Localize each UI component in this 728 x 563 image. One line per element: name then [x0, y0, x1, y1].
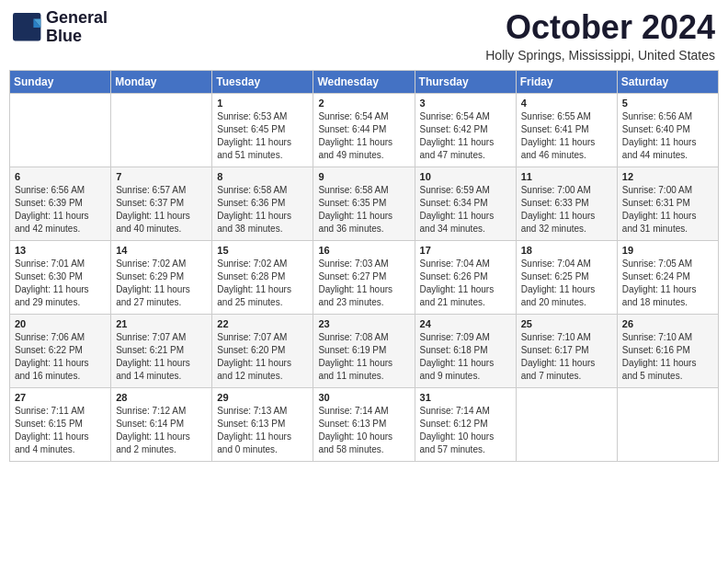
month-title: October 2024 — [485, 9, 715, 46]
weekday-header: Saturday — [617, 70, 718, 93]
day-info: Sunrise: 7:07 AM Sunset: 6:21 PM Dayligh… — [116, 331, 207, 383]
calendar-cell: 1Sunrise: 6:53 AM Sunset: 6:45 PM Daylig… — [212, 93, 313, 167]
day-info: Sunrise: 7:10 AM Sunset: 6:16 PM Dayligh… — [622, 331, 713, 383]
calendar-cell: 31Sunrise: 7:14 AM Sunset: 6:12 PM Dayli… — [415, 387, 516, 461]
day-info: Sunrise: 7:00 AM Sunset: 6:31 PM Dayligh… — [622, 184, 713, 236]
day-number: 16 — [318, 245, 409, 256]
day-number: 6 — [15, 171, 106, 182]
day-number: 14 — [116, 245, 207, 256]
day-number: 24 — [420, 318, 511, 329]
day-number: 1 — [217, 98, 308, 109]
weekday-header: Tuesday — [212, 70, 313, 93]
calendar-cell: 13Sunrise: 7:01 AM Sunset: 6:30 PM Dayli… — [10, 240, 111, 314]
day-info: Sunrise: 7:13 AM Sunset: 6:13 PM Dayligh… — [217, 405, 308, 456]
day-number: 17 — [420, 245, 511, 256]
calendar-cell — [111, 93, 212, 167]
day-info: Sunrise: 7:08 AM Sunset: 6:19 PM Dayligh… — [318, 331, 409, 383]
calendar-cell: 24Sunrise: 7:09 AM Sunset: 6:18 PM Dayli… — [415, 314, 516, 387]
day-number: 29 — [217, 392, 308, 403]
logo-text: General Blue — [46, 9, 108, 46]
day-info: Sunrise: 7:01 AM Sunset: 6:30 PM Dayligh… — [15, 258, 106, 309]
day-number: 30 — [318, 392, 409, 403]
day-number: 18 — [521, 245, 612, 256]
day-number: 31 — [420, 392, 511, 403]
calendar-cell: 5Sunrise: 6:56 AM Sunset: 6:40 PM Daylig… — [617, 93, 718, 167]
day-info: Sunrise: 7:07 AM Sunset: 6:20 PM Dayligh… — [217, 331, 308, 383]
calendar-table: SundayMondayTuesdayWednesdayThursdayFrid… — [9, 70, 719, 462]
day-number: 27 — [15, 392, 106, 403]
day-info: Sunrise: 7:11 AM Sunset: 6:15 PM Dayligh… — [15, 405, 106, 456]
weekday-header: Sunday — [10, 70, 111, 93]
day-info: Sunrise: 7:02 AM Sunset: 6:28 PM Dayligh… — [217, 258, 308, 309]
calendar-cell: 14Sunrise: 7:02 AM Sunset: 6:29 PM Dayli… — [111, 240, 212, 314]
day-number: 5 — [622, 98, 713, 109]
day-info: Sunrise: 6:55 AM Sunset: 6:41 PM Dayligh… — [521, 110, 612, 162]
location: Holly Springs, Mississippi, United State… — [485, 48, 715, 63]
calendar-cell: 27Sunrise: 7:11 AM Sunset: 6:15 PM Dayli… — [10, 387, 111, 461]
calendar-cell: 25Sunrise: 7:10 AM Sunset: 6:17 PM Dayli… — [516, 314, 617, 387]
weekday-header: Monday — [111, 70, 212, 93]
calendar-cell: 29Sunrise: 7:13 AM Sunset: 6:13 PM Dayli… — [212, 387, 313, 461]
day-info: Sunrise: 7:04 AM Sunset: 6:25 PM Dayligh… — [521, 258, 612, 309]
day-number: 11 — [521, 171, 612, 182]
calendar-cell — [617, 387, 718, 461]
day-info: Sunrise: 6:59 AM Sunset: 6:34 PM Dayligh… — [420, 184, 511, 236]
day-info: Sunrise: 7:03 AM Sunset: 6:27 PM Dayligh… — [318, 258, 409, 309]
calendar-cell — [516, 387, 617, 461]
day-info: Sunrise: 7:12 AM Sunset: 6:14 PM Dayligh… — [116, 405, 207, 456]
calendar-cell: 3Sunrise: 6:54 AM Sunset: 6:42 PM Daylig… — [415, 93, 516, 167]
calendar-cell: 19Sunrise: 7:05 AM Sunset: 6:24 PM Dayli… — [617, 240, 718, 314]
day-number: 13 — [15, 245, 106, 256]
calendar-cell: 18Sunrise: 7:04 AM Sunset: 6:25 PM Dayli… — [516, 240, 617, 314]
calendar-cell: 11Sunrise: 7:00 AM Sunset: 6:33 PM Dayli… — [516, 167, 617, 240]
day-info: Sunrise: 7:04 AM Sunset: 6:26 PM Dayligh… — [420, 258, 511, 309]
title-block: October 2024 Holly Springs, Mississippi,… — [485, 9, 715, 63]
calendar-cell: 28Sunrise: 7:12 AM Sunset: 6:14 PM Dayli… — [111, 387, 212, 461]
day-info: Sunrise: 7:06 AM Sunset: 6:22 PM Dayligh… — [15, 331, 106, 383]
day-info: Sunrise: 6:54 AM Sunset: 6:42 PM Dayligh… — [420, 110, 511, 162]
day-info: Sunrise: 7:14 AM Sunset: 6:13 PM Dayligh… — [318, 405, 409, 456]
day-number: 26 — [622, 318, 713, 329]
calendar-cell: 16Sunrise: 7:03 AM Sunset: 6:27 PM Dayli… — [313, 240, 415, 314]
calendar-header: SundayMondayTuesdayWednesdayThursdayFrid… — [10, 70, 719, 93]
day-number: 7 — [116, 171, 207, 182]
day-info: Sunrise: 6:54 AM Sunset: 6:44 PM Dayligh… — [318, 110, 409, 162]
calendar-cell: 4Sunrise: 6:55 AM Sunset: 6:41 PM Daylig… — [516, 93, 617, 167]
calendar-cell: 23Sunrise: 7:08 AM Sunset: 6:19 PM Dayli… — [313, 314, 415, 387]
day-number: 19 — [622, 245, 713, 256]
day-number: 12 — [622, 171, 713, 182]
calendar-cell — [10, 93, 111, 167]
day-number: 10 — [420, 171, 511, 182]
calendar-week-row: 1Sunrise: 6:53 AM Sunset: 6:45 PM Daylig… — [10, 93, 719, 167]
weekday-header: Friday — [516, 70, 617, 93]
day-info: Sunrise: 6:58 AM Sunset: 6:36 PM Dayligh… — [217, 184, 308, 236]
calendar-week-row: 27Sunrise: 7:11 AM Sunset: 6:15 PM Dayli… — [10, 387, 719, 461]
day-info: Sunrise: 7:09 AM Sunset: 6:18 PM Dayligh… — [420, 331, 511, 383]
calendar-week-row: 6Sunrise: 6:56 AM Sunset: 6:39 PM Daylig… — [10, 167, 719, 240]
day-info: Sunrise: 6:56 AM Sunset: 6:40 PM Dayligh… — [622, 110, 713, 162]
day-number: 2 — [318, 98, 409, 109]
calendar-cell: 6Sunrise: 6:56 AM Sunset: 6:39 PM Daylig… — [10, 167, 111, 240]
calendar-cell: 21Sunrise: 7:07 AM Sunset: 6:21 PM Dayli… — [111, 314, 212, 387]
day-number: 25 — [521, 318, 612, 329]
day-number: 21 — [116, 318, 207, 329]
calendar-cell: 20Sunrise: 7:06 AM Sunset: 6:22 PM Dayli… — [10, 314, 111, 387]
day-info: Sunrise: 6:57 AM Sunset: 6:37 PM Dayligh… — [116, 184, 207, 236]
calendar-cell: 22Sunrise: 7:07 AM Sunset: 6:20 PM Dayli… — [212, 314, 313, 387]
logo-icon — [13, 13, 42, 42]
calendar-cell: 7Sunrise: 6:57 AM Sunset: 6:37 PM Daylig… — [111, 167, 212, 240]
day-info: Sunrise: 7:00 AM Sunset: 6:33 PM Dayligh… — [521, 184, 612, 236]
day-info: Sunrise: 6:56 AM Sunset: 6:39 PM Dayligh… — [15, 184, 106, 236]
page-header: General Blue October 2024 Holly Springs,… — [9, 9, 719, 63]
calendar-cell: 8Sunrise: 6:58 AM Sunset: 6:36 PM Daylig… — [212, 167, 313, 240]
day-info: Sunrise: 6:58 AM Sunset: 6:35 PM Dayligh… — [318, 184, 409, 236]
calendar-cell: 12Sunrise: 7:00 AM Sunset: 6:31 PM Dayli… — [617, 167, 718, 240]
day-number: 3 — [420, 98, 511, 109]
day-info: Sunrise: 7:14 AM Sunset: 6:12 PM Dayligh… — [420, 405, 511, 456]
calendar-week-row: 20Sunrise: 7:06 AM Sunset: 6:22 PM Dayli… — [10, 314, 719, 387]
day-number: 22 — [217, 318, 308, 329]
day-number: 15 — [217, 245, 308, 256]
day-number: 9 — [318, 171, 409, 182]
day-number: 28 — [116, 392, 207, 403]
calendar-cell: 26Sunrise: 7:10 AM Sunset: 6:16 PM Dayli… — [617, 314, 718, 387]
